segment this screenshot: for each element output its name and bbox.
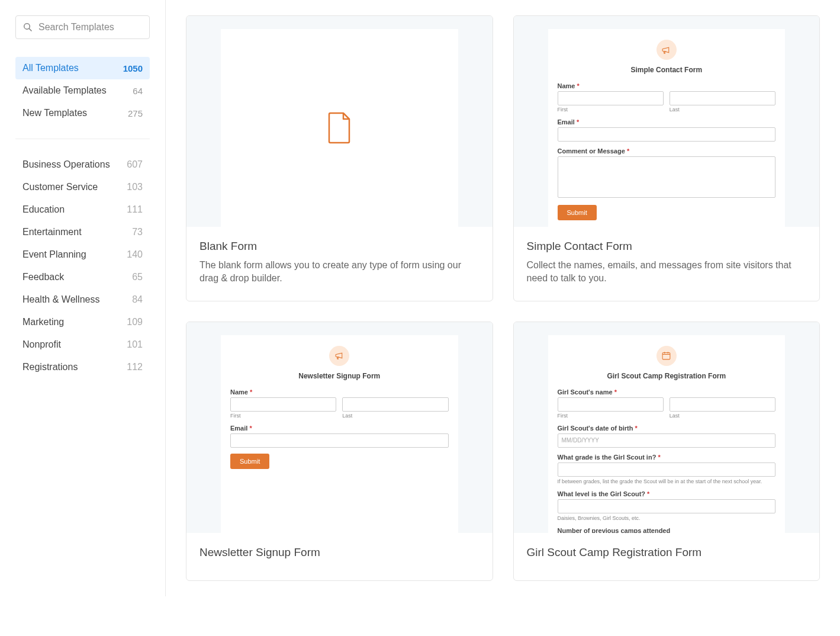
template-body: Girl Scout Camp Registration Form bbox=[514, 533, 820, 580]
filter-count: 1050 bbox=[123, 63, 143, 73]
category-label: Marketing bbox=[22, 317, 64, 327]
category-entertainment[interactable]: Entertainment 73 bbox=[15, 221, 150, 243]
preview-input bbox=[558, 499, 776, 513]
preview-textarea bbox=[558, 156, 776, 198]
category-nonprofit[interactable]: Nonprofit 101 bbox=[15, 333, 150, 356]
preview-input bbox=[558, 127, 776, 142]
svg-rect-0 bbox=[662, 353, 670, 359]
template-title: Blank Form bbox=[199, 240, 479, 253]
filter-new-templates[interactable]: New Templates 275 bbox=[15, 102, 150, 124]
category-label: Nonprofit bbox=[22, 339, 61, 350]
filter-count: 275 bbox=[128, 108, 143, 118]
preview-input bbox=[230, 433, 449, 448]
category-label: Entertainment bbox=[22, 227, 82, 237]
filter-available-templates[interactable]: Available Templates 64 bbox=[15, 79, 150, 102]
template-body: Blank Form The blank form allows you to … bbox=[186, 227, 493, 301]
sidebar: All Templates 1050 Available Templates 6… bbox=[0, 0, 166, 596]
category-event-planning[interactable]: Event Planning 140 bbox=[15, 243, 150, 266]
category-list: Business Operations 607 Customer Service… bbox=[0, 153, 165, 378]
preview-input bbox=[558, 462, 776, 477]
preview-input bbox=[342, 397, 448, 412]
category-count: 84 bbox=[132, 294, 143, 305]
preview-title: Simple Contact Form bbox=[558, 66, 776, 74]
filter-label: All Templates bbox=[22, 63, 79, 73]
category-count: 111 bbox=[127, 204, 143, 215]
calendar-icon bbox=[656, 346, 677, 366]
category-count: 65 bbox=[132, 272, 143, 282]
category-label: Customer Service bbox=[22, 182, 98, 192]
divider bbox=[15, 139, 150, 139]
template-body: Simple Contact Form Collect the names, e… bbox=[514, 227, 820, 301]
template-preview bbox=[186, 16, 493, 227]
category-health-wellness[interactable]: Health & Wellness 84 bbox=[15, 288, 150, 311]
template-preview: Simple Contact Form Name * First Last Em… bbox=[514, 16, 820, 227]
template-preview: Newsletter Signup Form Name * First Last… bbox=[186, 322, 493, 533]
filter-label: Available Templates bbox=[22, 85, 107, 96]
preview-title: Girl Scout Camp Registration Form bbox=[558, 372, 776, 380]
main-content: Blank Form The blank form allows you to … bbox=[166, 0, 840, 596]
category-business-operations[interactable]: Business Operations 607 bbox=[15, 153, 150, 176]
category-education[interactable]: Education 111 bbox=[15, 198, 150, 221]
preview-input bbox=[558, 91, 664, 105]
search-box[interactable] bbox=[15, 15, 150, 39]
preview-input bbox=[670, 91, 775, 105]
category-count: 73 bbox=[132, 227, 143, 237]
template-title: Simple Contact Form bbox=[527, 240, 807, 253]
category-count: 103 bbox=[127, 182, 143, 192]
template-card-blank[interactable]: Blank Form The blank form allows you to … bbox=[186, 15, 493, 301]
filter-all-templates[interactable]: All Templates 1050 bbox=[15, 57, 150, 79]
template-title: Newsletter Signup Form bbox=[199, 546, 479, 559]
category-count: 101 bbox=[127, 339, 143, 350]
preview-input bbox=[670, 397, 775, 412]
preview-submit-button: Submit bbox=[230, 454, 269, 469]
category-customer-service[interactable]: Customer Service 103 bbox=[15, 176, 150, 198]
search-input[interactable] bbox=[38, 22, 142, 33]
template-title: Girl Scout Camp Registration Form bbox=[527, 546, 807, 559]
preview-input bbox=[230, 397, 336, 412]
category-label: Registrations bbox=[22, 362, 78, 372]
template-card-newsletter[interactable]: Newsletter Signup Form Name * First Last… bbox=[186, 322, 493, 581]
filter-list: All Templates 1050 Available Templates 6… bbox=[0, 57, 165, 124]
category-label: Business Operations bbox=[22, 159, 110, 170]
template-card-girlscout[interactable]: Girl Scout Camp Registration Form Girl S… bbox=[513, 322, 820, 581]
category-count: 140 bbox=[127, 249, 143, 260]
preview-input bbox=[558, 397, 664, 412]
filter-label: New Templates bbox=[22, 108, 87, 118]
category-count: 109 bbox=[127, 317, 143, 327]
category-count: 607 bbox=[127, 159, 143, 170]
category-label: Health & Wellness bbox=[22, 294, 99, 305]
filter-count: 64 bbox=[133, 86, 143, 96]
category-marketing[interactable]: Marketing 109 bbox=[15, 311, 150, 333]
category-label: Event Planning bbox=[22, 249, 86, 260]
search-icon bbox=[23, 23, 33, 32]
preview-title: Newsletter Signup Form bbox=[230, 372, 449, 380]
template-desc: Collect the names, emails, and messages … bbox=[527, 259, 807, 285]
template-card-simple-contact[interactable]: Simple Contact Form Name * First Last Em… bbox=[513, 15, 820, 301]
template-body: Newsletter Signup Form bbox=[186, 533, 493, 580]
category-registrations[interactable]: Registrations 112 bbox=[15, 356, 150, 378]
template-grid: Blank Form The blank form allows you to … bbox=[186, 15, 820, 581]
category-label: Feedback bbox=[22, 272, 64, 282]
category-label: Education bbox=[22, 204, 65, 215]
megaphone-icon bbox=[656, 40, 677, 60]
template-desc: The blank form allows you to create any … bbox=[199, 259, 479, 285]
preview-submit-button: Submit bbox=[558, 205, 597, 220]
megaphone-icon bbox=[329, 346, 349, 366]
category-count: 112 bbox=[127, 362, 143, 372]
blank-file-icon bbox=[327, 112, 352, 144]
preview-input bbox=[558, 433, 776, 448]
category-feedback[interactable]: Feedback 65 bbox=[15, 266, 150, 288]
template-preview: Girl Scout Camp Registration Form Girl S… bbox=[514, 322, 820, 533]
